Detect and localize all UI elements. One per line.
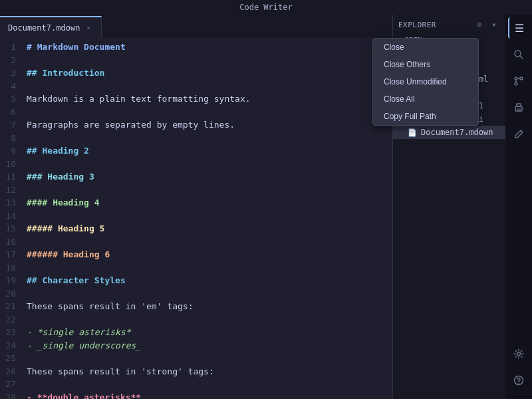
line-content-7: Paragraphs are separated by empty lines. xyxy=(27,118,392,132)
activity-help-icon[interactable] xyxy=(508,370,529,391)
line-content-8 xyxy=(27,132,392,145)
line-number-21: 21 xyxy=(0,300,27,313)
line-content-3: ## Introduction xyxy=(27,66,392,80)
line-number-12: 12 xyxy=(0,184,27,197)
code-line-20: 20 xyxy=(0,287,392,301)
context-close-all[interactable]: Close All xyxy=(373,90,478,108)
line-number-13: 13 xyxy=(0,196,27,209)
line-content-13: #### Heading 4 xyxy=(27,196,392,209)
new-file-icon[interactable]: ⊕ xyxy=(473,19,485,31)
context-copy-path[interactable]: Copy Full Path xyxy=(373,108,478,125)
code-line-6: 6 xyxy=(0,106,392,119)
code-line-8: 8 xyxy=(0,132,392,145)
code-line-4: 4 xyxy=(0,80,392,93)
code-line-13: 13#### Heading 4 xyxy=(0,196,392,209)
svg-point-13 xyxy=(518,382,519,383)
title-bar: Code Writer xyxy=(0,0,532,15)
line-number-20: 20 xyxy=(0,287,27,301)
collapse-icon[interactable]: ▾ xyxy=(488,19,500,31)
code-line-1: 1# Markdown Document xyxy=(0,41,392,54)
line-content-4 xyxy=(27,80,392,93)
line-number-17: 17 xyxy=(0,248,27,261)
code-line-15: 15##### Heading 5 xyxy=(0,222,392,235)
line-number-4: 4 xyxy=(0,80,27,93)
line-number-24: 24 xyxy=(0,339,27,352)
line-number-3: 3 xyxy=(0,66,27,80)
code-line-3: 3## Introduction xyxy=(0,66,392,80)
activity-search-icon[interactable] xyxy=(508,44,529,65)
activity-print-icon[interactable] xyxy=(508,97,529,118)
line-content-26: These spans result in 'strong' tags: xyxy=(27,365,392,378)
line-content-20 xyxy=(27,287,392,301)
svg-point-11 xyxy=(517,352,521,356)
activity-settings-icon[interactable] xyxy=(508,343,529,364)
tab-label: Document7.mdown xyxy=(8,23,80,33)
line-number-23: 23 xyxy=(0,326,27,339)
sidebar-file-Document7-mdown[interactable]: 📄Document7.mdown xyxy=(393,126,505,139)
sidebar: Close Close Others Close Unmodified Clos… xyxy=(392,15,505,399)
activity-explorer-icon[interactable]: ☰ xyxy=(508,17,529,39)
main-layout: Document7.mdown ✕ 1# Markdown Document2 … xyxy=(0,15,532,399)
line-content-11: ### Heading 3 xyxy=(27,170,392,184)
svg-point-3 xyxy=(520,77,523,80)
code-line-25: 25 xyxy=(0,352,392,365)
context-close-unmodified[interactable]: Close Unmodified xyxy=(373,73,478,90)
line-content-9: ## Heading 2 xyxy=(27,144,392,158)
line-content-25 xyxy=(27,352,392,365)
code-line-12: 12 xyxy=(0,184,392,197)
code-line-9: 9## Heading 2 xyxy=(0,144,392,158)
code-line-14: 14 xyxy=(0,209,392,223)
line-content-2 xyxy=(27,54,392,67)
sidebar-header-icons: ⊕ ▾ xyxy=(473,19,500,31)
sidebar-header-label: EXPLORER xyxy=(398,21,436,29)
line-content-12 xyxy=(27,184,392,197)
activity-edit-icon[interactable] xyxy=(508,124,529,145)
line-number-18: 18 xyxy=(0,261,27,275)
code-line-24: 24- _single underscores_ xyxy=(0,339,392,352)
line-number-5: 5 xyxy=(0,92,27,106)
file-name: Document7.mdown xyxy=(421,128,493,137)
code-line-11: 11### Heading 3 xyxy=(0,170,392,184)
editor-area: Document7.mdown ✕ 1# Markdown Document2 … xyxy=(0,15,392,399)
line-content-21: These spans result in 'em' tags: xyxy=(27,300,392,313)
context-close-others[interactable]: Close Others xyxy=(373,56,478,73)
line-number-9: 9 xyxy=(0,144,27,158)
line-content-18 xyxy=(27,261,392,275)
file-icon: 📄 xyxy=(408,128,417,137)
line-content-10 xyxy=(27,158,392,171)
context-menu: Close Close Others Close Unmodified Clos… xyxy=(372,38,479,126)
context-close[interactable]: Close xyxy=(373,39,478,56)
line-content-28: - **double asterisks** xyxy=(27,391,392,400)
line-content-17: ###### Heading 6 xyxy=(27,248,392,261)
code-editor[interactable]: 1# Markdown Document2 3## Introduction4 … xyxy=(0,38,392,399)
line-content-27 xyxy=(27,378,392,391)
tab-document7[interactable]: Document7.mdown ✕ xyxy=(0,16,102,38)
svg-point-2 xyxy=(515,77,517,80)
line-number-8: 8 xyxy=(0,132,27,145)
code-line-18: 18 xyxy=(0,261,392,275)
line-content-1: # Markdown Document xyxy=(27,41,392,54)
line-content-15: ##### Heading 5 xyxy=(27,222,392,235)
line-number-26: 26 xyxy=(0,365,27,378)
line-number-15: 15 xyxy=(0,222,27,235)
svg-rect-8 xyxy=(517,104,521,106)
line-content-24: - _single underscores_ xyxy=(27,339,392,352)
code-line-23: 23- *single asterisks* xyxy=(0,326,392,339)
tab-close-icon[interactable]: ✕ xyxy=(84,23,93,33)
line-number-10: 10 xyxy=(0,158,27,171)
activity-bar-bottom xyxy=(508,343,529,396)
code-line-22: 22 xyxy=(0,313,392,327)
line-content-16 xyxy=(27,235,392,249)
code-line-7: 7Paragraphs are separated by empty lines… xyxy=(0,118,392,132)
line-number-25: 25 xyxy=(0,352,27,365)
line-content-23: - *single asterisks* xyxy=(27,326,392,339)
activity-source-control-icon[interactable] xyxy=(508,70,529,92)
code-line-21: 21These spans result in 'em' tags: xyxy=(0,300,392,313)
line-number-19: 19 xyxy=(0,274,27,287)
line-number-7: 7 xyxy=(0,118,27,132)
window-title: Code Writer xyxy=(239,3,292,12)
line-number-11: 11 xyxy=(0,170,27,184)
activity-bar: ☰ xyxy=(505,15,532,399)
code-line-27: 27 xyxy=(0,378,392,391)
line-number-28: 28 xyxy=(0,391,27,400)
